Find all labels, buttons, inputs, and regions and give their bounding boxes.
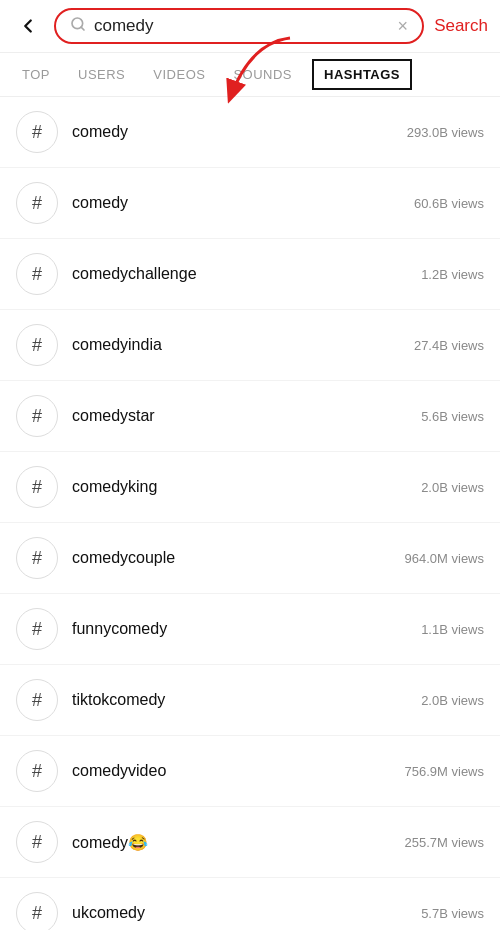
hashtag-name: comedy <box>72 194 400 212</box>
hashtag-list: # comedy 293.0B views # comedy 60.6B vie… <box>0 97 500 930</box>
hashtag-views: 1.1B views <box>421 622 484 637</box>
hashtag-name: comedystar <box>72 407 407 425</box>
list-item[interactable]: # comedycouple 964.0M views <box>0 523 500 594</box>
hash-icon: # <box>16 395 58 437</box>
search-box: × <box>54 8 424 44</box>
hashtag-name: ukcomedy <box>72 904 407 922</box>
svg-line-1 <box>81 27 84 30</box>
hashtag-views: 5.6B views <box>421 409 484 424</box>
hash-icon: # <box>16 111 58 153</box>
list-item[interactable]: # ukcomedy 5.7B views <box>0 878 500 930</box>
hash-icon: # <box>16 324 58 366</box>
hashtag-name: tiktokcomedy <box>72 691 407 709</box>
search-button[interactable]: Search <box>434 16 488 36</box>
list-item[interactable]: # comedyvideo 756.9M views <box>0 736 500 807</box>
hashtag-name: comedy <box>72 123 393 141</box>
list-item[interactable]: # comedystar 5.6B views <box>0 381 500 452</box>
hash-icon: # <box>16 679 58 721</box>
hashtag-views: 60.6B views <box>414 196 484 211</box>
hash-icon: # <box>16 892 58 930</box>
hashtag-name: comedyking <box>72 478 407 496</box>
hashtag-views: 293.0B views <box>407 125 484 140</box>
list-item[interactable]: # comedychallenge 1.2B views <box>0 239 500 310</box>
tab-videos[interactable]: VIDEOS <box>139 55 219 94</box>
hashtag-name: comedyvideo <box>72 762 391 780</box>
list-item[interactable]: # comedyindia 27.4B views <box>0 310 500 381</box>
hashtag-views: 756.9M views <box>405 764 484 779</box>
hash-icon: # <box>16 253 58 295</box>
hashtag-views: 1.2B views <box>421 267 484 282</box>
tab-sounds[interactable]: SOUNDS <box>219 55 306 94</box>
list-item[interactable]: # funnycomedy 1.1B views <box>0 594 500 665</box>
tabs-bar: TOP USERS VIDEOS SOUNDS HASHTAGS <box>0 53 500 97</box>
hashtag-name: comedyindia <box>72 336 400 354</box>
back-button[interactable] <box>12 10 44 42</box>
tab-users[interactable]: USERS <box>64 55 139 94</box>
hashtag-views: 964.0M views <box>405 551 484 566</box>
hashtag-name: funnycomedy <box>72 620 407 638</box>
hashtag-views: 5.7B views <box>421 906 484 921</box>
tab-hashtags[interactable]: HASHTAGS <box>312 59 412 90</box>
list-item[interactable]: # comedy😂 255.7M views <box>0 807 500 878</box>
hash-icon: # <box>16 537 58 579</box>
list-item[interactable]: # comedyking 2.0B views <box>0 452 500 523</box>
hash-icon: # <box>16 608 58 650</box>
hashtag-views: 255.7M views <box>405 835 484 850</box>
hash-icon: # <box>16 821 58 863</box>
hash-icon: # <box>16 750 58 792</box>
list-item[interactable]: # tiktokcomedy 2.0B views <box>0 665 500 736</box>
hash-icon: # <box>16 466 58 508</box>
clear-button[interactable]: × <box>398 17 409 35</box>
hash-icon: # <box>16 182 58 224</box>
search-input[interactable] <box>94 16 390 36</box>
hashtag-views: 2.0B views <box>421 693 484 708</box>
hashtag-views: 27.4B views <box>414 338 484 353</box>
tab-top[interactable]: TOP <box>8 55 64 94</box>
list-item[interactable]: # comedy 293.0B views <box>0 97 500 168</box>
search-icon <box>70 16 86 36</box>
header: × Search <box>0 0 500 53</box>
hashtag-views: 2.0B views <box>421 480 484 495</box>
hashtag-name: comedy😂 <box>72 833 391 852</box>
list-item[interactable]: # comedy 60.6B views <box>0 168 500 239</box>
hashtag-name: comedycouple <box>72 549 391 567</box>
hashtag-name: comedychallenge <box>72 265 407 283</box>
